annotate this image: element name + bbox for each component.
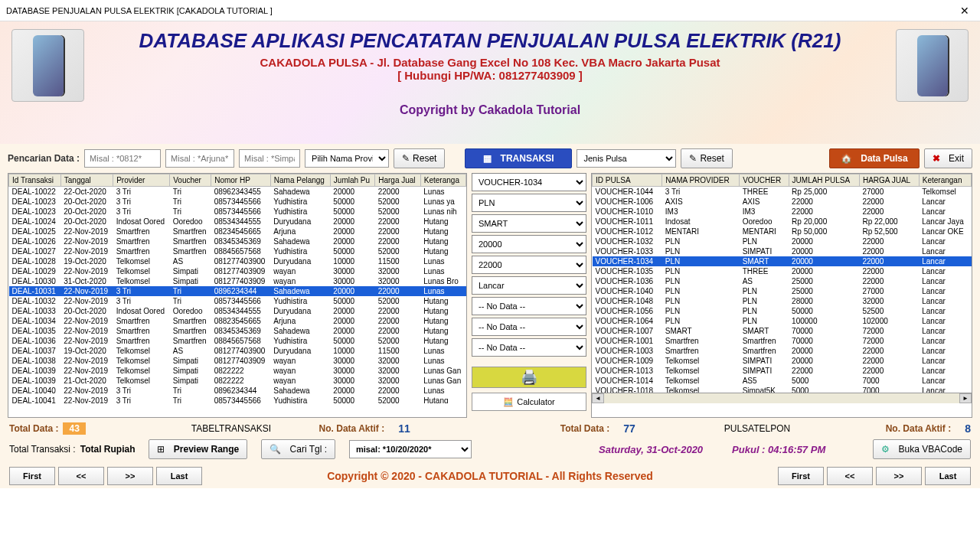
column-header[interactable]: JUMLAH PULSA: [789, 174, 859, 187]
search-name-input[interactable]: [165, 149, 234, 168]
prev-button-right[interactable]: <<: [827, 467, 873, 485]
form-combo-4[interactable]: 22000: [472, 256, 586, 274]
table-row[interactable]: VOUCHER-1007SMARTSMART7000072000Lancar: [593, 326, 972, 336]
preview-range-button[interactable]: ⊞ Preview Range: [149, 439, 247, 459]
table-row[interactable]: VOUCHER-1009TelkomselSIMPATI2000022000La…: [593, 356, 972, 366]
form-combo-0[interactable]: VOUCHER-1034: [472, 173, 586, 191]
form-combo-8[interactable]: -- No Data --: [472, 338, 586, 357]
table-row[interactable]: DEAL-1003719-Oct-2020TelkomselAS08127740…: [9, 346, 466, 356]
date-filter-select[interactable]: misal: *10/20/2020*: [349, 440, 472, 458]
last-button-right[interactable]: Last: [925, 467, 971, 485]
pulsa-table[interactable]: ID PULSANAMA PROVIDERVOUCHERJUMLAH PULSA…: [591, 173, 972, 418]
vba-code-button[interactable]: ⚙ Buka VBACode: [873, 439, 971, 459]
table-row[interactable]: VOUCHER-1033PLNSIMPATI2000022000Lancar: [593, 246, 972, 256]
table-row[interactable]: VOUCHER-1036PLNAS2500022000Lancar: [593, 276, 972, 286]
reset-button-right[interactable]: ✎Reset: [681, 148, 732, 168]
print-button[interactable]: 🖨️: [472, 367, 586, 388]
last-button-left[interactable]: Last: [156, 467, 202, 485]
data-pulsa-button[interactable]: 🏠 Data Pulsa: [829, 148, 920, 168]
table-row[interactable]: DEAL-1002922-Nov-2019TelkomselSimpati081…: [9, 266, 466, 276]
column-header[interactable]: Harga Jual: [375, 174, 421, 187]
first-button-left[interactable]: First: [9, 467, 55, 485]
column-header[interactable]: Keterangan: [919, 174, 971, 187]
transaksi-button[interactable]: ▦ TRANSAKSI: [465, 148, 572, 168]
table-row[interactable]: DEAL-1003921-Oct-2020TelkomselSimpati082…: [9, 376, 466, 386]
search-date-button[interactable]: 🔍 Cari Tgl :: [261, 439, 335, 459]
form-combo-5[interactable]: Lancar: [472, 276, 586, 295]
table-row[interactable]: VOUCHER-1032PLNPLN2000022000Lancar: [593, 236, 972, 246]
table-row[interactable]: VOUCHER-1010IM3IM32200022000Lancar: [593, 207, 972, 217]
column-header[interactable]: Keteranga: [420, 174, 466, 187]
form-combo-3[interactable]: 20000: [472, 235, 586, 253]
table-row[interactable]: DEAL-1003622-Nov-2019SmartfrenSmartfren0…: [9, 336, 466, 346]
table-row[interactable]: DEAL-1002522-Nov-2019SmartfrenSmartfren0…: [9, 227, 466, 236]
search-voucher-input[interactable]: [239, 149, 300, 168]
table-row[interactable]: DEAL-1003122-Nov-20193 TriTri0896234344S…: [9, 286, 466, 296]
column-header[interactable]: NAMA PROVIDER: [662, 174, 740, 187]
form-combo-7[interactable]: -- No Data --: [472, 318, 586, 336]
table-row[interactable]: VOUCHER-1034PLNSMART2000022000Lancar: [593, 256, 972, 266]
column-header[interactable]: Nama Pelangg: [270, 174, 330, 187]
exit-button[interactable]: ✖ Exit: [924, 148, 972, 168]
table-row[interactable]: DEAL-1003522-Nov-2019SmartfrenSmartfren0…: [9, 326, 466, 336]
table-row[interactable]: DEAL-1003222-Nov-20193 TriTri08573445566…: [9, 296, 466, 306]
table-name-left: TABELTRANSAKSI: [191, 423, 271, 434]
table-row[interactable]: DEAL-1002320-Oct-20203 TriTri08573445566…: [9, 197, 466, 207]
table-row[interactable]: VOUCHER-1014TelkomselAS550007000Lancar: [593, 376, 972, 386]
table-row[interactable]: DEAL-1003422-Nov-2019SmartfrenSmartfren0…: [9, 316, 466, 326]
table-row[interactable]: VOUCHER-1012MENTARIMENTARIRp 50,000Rp 52…: [593, 227, 972, 236]
table-row[interactable]: DEAL-1003031-Oct-2020TelkomselSimpati081…: [9, 276, 466, 286]
column-header[interactable]: Jumlah Pu: [330, 174, 374, 187]
footer-copyright: Copyright © 2020 - CAKADOLA TUTORIAL - A…: [207, 470, 773, 482]
transaction-icon: ▦: [483, 153, 492, 164]
next-button-right[interactable]: >>: [876, 467, 922, 485]
first-button-right[interactable]: First: [778, 467, 824, 485]
horizontal-scrollbar[interactable]: [592, 393, 972, 403]
calculator-button[interactable]: 🧮Calculator: [472, 393, 586, 411]
next-button-left[interactable]: >>: [107, 467, 153, 485]
column-header[interactable]: Tanggal: [60, 174, 113, 187]
table-row[interactable]: VOUCHER-1056PLNPLN5000052500Lancar: [593, 306, 972, 316]
jenis-pulsa-select[interactable]: Jenis Pulsa: [577, 149, 676, 168]
column-header[interactable]: Id Transaksi: [9, 174, 61, 187]
table-row[interactable]: VOUCHER-1013TelkomselSIMPATI2200022000La…: [593, 366, 972, 376]
prev-button-left[interactable]: <<: [58, 467, 104, 485]
form-combo-2[interactable]: SMART: [472, 214, 586, 233]
provider-select[interactable]: Pilih Nama Provider: [305, 149, 389, 168]
column-header[interactable]: Voucher: [170, 174, 211, 187]
column-header[interactable]: HARGA JUAL: [859, 174, 919, 187]
form-combo-1[interactable]: PLN: [472, 194, 586, 212]
form-combo-6[interactable]: -- No Data --: [472, 297, 586, 315]
table-row[interactable]: DEAL-1003922-Nov-2019TelkomselSimpati082…: [9, 366, 466, 376]
table-row[interactable]: VOUCHER-1003SmartfrenSmartfren2000022000…: [593, 346, 972, 356]
table-row[interactable]: VOUCHER-1001SmartfrenSmartfren7000072000…: [593, 336, 972, 346]
table-row[interactable]: VOUCHER-10443 TriTHREERp 25,00027000Telk…: [593, 187, 972, 197]
close-icon[interactable]: ✕: [956, 3, 974, 18]
table-row[interactable]: DEAL-1002622-Nov-2019SmartfrenSmartfren0…: [9, 236, 466, 246]
column-header[interactable]: Provider: [113, 174, 170, 187]
search-hp-input[interactable]: [84, 149, 161, 168]
table-row[interactable]: VOUCHER-1064PLNPLN100000102000Lancar: [593, 316, 972, 326]
table-row[interactable]: DEAL-1004122-Nov-20193 TriTri08573445566…: [9, 396, 466, 403]
column-header[interactable]: VOUCHER: [740, 174, 789, 187]
table-row[interactable]: VOUCHER-1040PLNPLN2500027000Lancar: [593, 286, 972, 296]
table-row[interactable]: DEAL-1002320-Oct-20203 TriTri08573445566…: [9, 207, 466, 217]
table-row[interactable]: DEAL-1003822-Nov-2019TelkomselSimpati081…: [9, 356, 466, 366]
reset-button-left[interactable]: ✎Reset: [394, 148, 445, 168]
column-header[interactable]: ID PULSA: [593, 174, 662, 187]
table-row[interactable]: VOUCHER-1048PLNPLN2800032000Lancar: [593, 296, 972, 306]
home-icon: 🏠: [841, 153, 852, 164]
table-name-right: PULSATELPON: [724, 423, 790, 434]
table-row[interactable]: VOUCHER-1006AXISAXIS2200022000Lancar: [593, 197, 972, 207]
table-row[interactable]: DEAL-1002222-Oct-20203 TriTri08962343455…: [9, 187, 466, 197]
column-header[interactable]: Nomor HP: [211, 174, 271, 187]
table-row[interactable]: DEAL-1004022-Nov-20193 TriTri0896234344S…: [9, 386, 466, 396]
table-row[interactable]: DEAL-1003320-Oct-2020Indosat OoredOoredo…: [9, 306, 466, 316]
table-row[interactable]: VOUCHER-1018TelkomselSimpat5K50007000Lan…: [593, 386, 972, 393]
table-row[interactable]: VOUCHER-1035PLNTHREE2000022000Lancar: [593, 266, 972, 276]
table-row[interactable]: DEAL-1002420-Oct-2020Indosat OoredOoredo…: [9, 217, 466, 227]
table-row[interactable]: VOUCHER-1011IndosatOoredooRp 20,000Rp 22…: [593, 217, 972, 227]
transactions-table[interactable]: Id TransaksiTanggalProviderVoucherNomor …: [8, 173, 467, 418]
table-row[interactable]: DEAL-1002722-Nov-2019SmartfrenSmartfren0…: [9, 246, 466, 256]
table-row[interactable]: DEAL-1002819-Oct-2020TelkomselAS08127740…: [9, 256, 466, 266]
